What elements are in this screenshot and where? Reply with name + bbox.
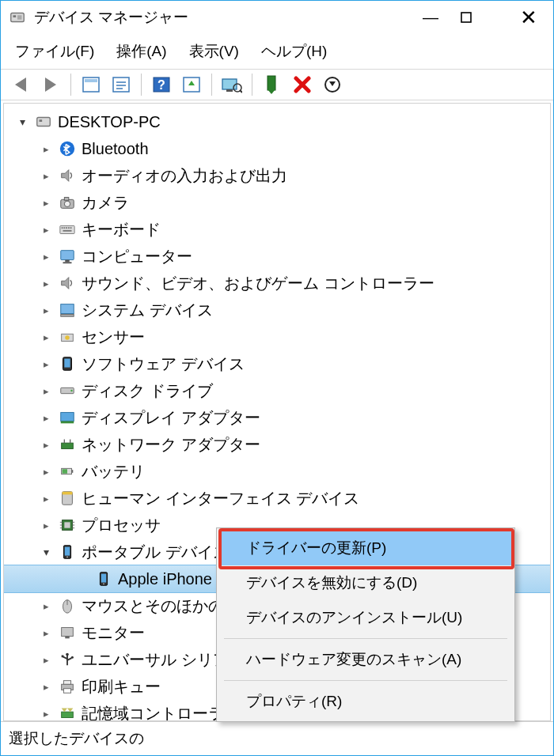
help-button[interactable]: ? bbox=[149, 73, 174, 96]
enable-device-button[interactable] bbox=[260, 73, 285, 96]
properties-button[interactable] bbox=[108, 73, 134, 96]
bluetooth-icon bbox=[58, 139, 77, 158]
ctx-disable-device[interactable]: デバイスを無効にする(D) bbox=[219, 565, 512, 600]
tree-node-label: モニター bbox=[82, 622, 145, 644]
toolbar: ? bbox=[1, 69, 553, 100]
display-icon bbox=[58, 408, 77, 427]
tree-category-battery[interactable]: バッテリ bbox=[4, 458, 550, 485]
tree-category-camera[interactable]: カメラ bbox=[4, 189, 550, 216]
svg-rect-3 bbox=[461, 13, 471, 22]
expander-icon[interactable] bbox=[39, 706, 53, 720]
minimize-button[interactable]: — bbox=[406, 1, 455, 34]
sensor-icon bbox=[58, 327, 77, 346]
window-controls: — ✕ bbox=[406, 1, 553, 34]
expander-icon[interactable] bbox=[75, 572, 89, 586]
expander-icon[interactable] bbox=[39, 168, 53, 183]
svg-rect-2 bbox=[17, 15, 22, 20]
title-bar: デバイス マネージャー — ✕ bbox=[1, 1, 553, 34]
speaker-icon bbox=[58, 274, 77, 293]
tree-root[interactable]: DESKTOP-PC bbox=[4, 108, 550, 135]
tree-category-computer[interactable]: コンピューター bbox=[4, 243, 550, 270]
expander-icon[interactable] bbox=[39, 357, 53, 371]
expander-icon[interactable] bbox=[39, 142, 53, 156]
software-icon bbox=[58, 354, 77, 373]
camera-icon bbox=[58, 193, 77, 212]
storage-icon bbox=[58, 704, 77, 721]
expander-icon[interactable] bbox=[39, 599, 53, 613]
show-hidden-button[interactable] bbox=[78, 73, 104, 96]
expander-icon[interactable] bbox=[39, 491, 53, 505]
update-driver-button[interactable] bbox=[179, 73, 204, 96]
expander-icon[interactable] bbox=[39, 626, 53, 640]
speaker-icon bbox=[58, 166, 77, 185]
tree-node-label: コンピューター bbox=[82, 246, 192, 267]
expander-icon[interactable] bbox=[39, 437, 53, 452]
svg-rect-6 bbox=[113, 77, 129, 92]
expander-icon[interactable] bbox=[39, 679, 53, 694]
tree-category-sound[interactable]: サウンド、ビデオ、およびゲーム コントローラー bbox=[4, 270, 550, 297]
tree-node-label: 印刷キュー bbox=[82, 676, 161, 697]
app-icon bbox=[9, 9, 26, 26]
tree-category-bluetooth[interactable]: Bluetooth bbox=[4, 135, 550, 162]
tree-category-audio_io[interactable]: オーディオの入力および出力 bbox=[4, 162, 550, 189]
ctx-update-driver[interactable]: ドライバーの更新(P) bbox=[219, 531, 512, 565]
tree-node-label: バッテリ bbox=[82, 461, 145, 482]
expander-icon[interactable] bbox=[15, 115, 29, 129]
menu-file[interactable]: ファイル(F) bbox=[4, 39, 105, 64]
expander-icon[interactable] bbox=[39, 518, 53, 532]
expander-icon[interactable] bbox=[39, 276, 53, 290]
nav-forward-button[interactable] bbox=[38, 73, 63, 96]
menu-action[interactable]: 操作(A) bbox=[105, 39, 177, 64]
tree-category-network[interactable]: ネットワーク アダプター bbox=[4, 431, 550, 458]
printer-icon bbox=[58, 677, 77, 696]
tree-category-system[interactable]: システム デバイス bbox=[4, 297, 550, 323]
tree-category-keyboard[interactable]: キーボード bbox=[4, 216, 550, 243]
ctx-scan-hardware[interactable]: ハードウェア変更のスキャン(A) bbox=[219, 642, 512, 677]
close-button[interactable]: ✕ bbox=[504, 1, 553, 34]
ctx-uninstall-device[interactable]: デバイスのアンインストール(U) bbox=[219, 600, 512, 635]
expander-icon[interactable] bbox=[39, 384, 53, 398]
context-menu: ドライバーの更新(P) デバイスを無効にする(D) デバイスのアンインストール(… bbox=[216, 527, 515, 722]
expander-icon[interactable] bbox=[39, 249, 53, 263]
toolbar-separator bbox=[70, 74, 71, 96]
menu-view[interactable]: 表示(V) bbox=[178, 39, 250, 64]
svg-rect-5 bbox=[85, 79, 97, 82]
expander-icon[interactable] bbox=[39, 464, 53, 478]
portable-icon bbox=[58, 542, 77, 561]
tree-category-sensor[interactable]: センサー bbox=[4, 323, 550, 350]
tree-node-label: キーボード bbox=[82, 219, 161, 240]
toolbar-separator bbox=[141, 74, 142, 96]
mouse-icon bbox=[58, 596, 77, 615]
tree-node-label: システム デバイス bbox=[82, 300, 213, 321]
tree-category-software[interactable]: ソフトウェア デバイス bbox=[4, 350, 550, 377]
tree-node-label: ネットワーク アダプター bbox=[82, 434, 260, 455]
tree-node-label: ヒューマン インターフェイス デバイス bbox=[82, 488, 359, 509]
nav-back-button[interactable] bbox=[8, 73, 33, 96]
ctx-properties[interactable]: プロパティ(R) bbox=[219, 684, 512, 719]
monitor-icon bbox=[58, 247, 77, 266]
expander-icon[interactable] bbox=[39, 195, 53, 210]
monitor2-icon bbox=[58, 623, 77, 642]
expander-icon[interactable] bbox=[39, 222, 53, 236]
ctx-separator bbox=[224, 680, 507, 681]
menu-help[interactable]: ヘルプ(H) bbox=[250, 39, 338, 64]
tree-node-label: センサー bbox=[82, 327, 145, 348]
maximize-button[interactable] bbox=[455, 1, 504, 34]
arrow-left-icon bbox=[15, 77, 26, 92]
uninstall-device-button[interactable] bbox=[290, 73, 315, 96]
expander-icon[interactable] bbox=[39, 410, 53, 425]
disable-device-button[interactable] bbox=[320, 73, 345, 96]
svg-marker-19 bbox=[268, 89, 275, 94]
keyboard-icon bbox=[58, 220, 77, 239]
expander-icon[interactable] bbox=[39, 330, 53, 344]
tree-node-label: ポータブル デバイス bbox=[82, 542, 229, 563]
expander-icon[interactable] bbox=[39, 303, 53, 317]
tree-node-label: オーディオの入力および出力 bbox=[82, 165, 287, 187]
tree-category-hid[interactable]: ヒューマン インターフェイス デバイス bbox=[4, 485, 550, 512]
arrow-right-icon bbox=[45, 77, 56, 92]
expander-icon[interactable] bbox=[39, 545, 53, 559]
expander-icon[interactable] bbox=[39, 652, 53, 667]
tree-category-disk[interactable]: ディスク ドライブ bbox=[4, 377, 550, 404]
scan-hardware-button[interactable] bbox=[219, 73, 245, 96]
tree-category-display[interactable]: ディスプレイ アダプター bbox=[4, 404, 550, 431]
